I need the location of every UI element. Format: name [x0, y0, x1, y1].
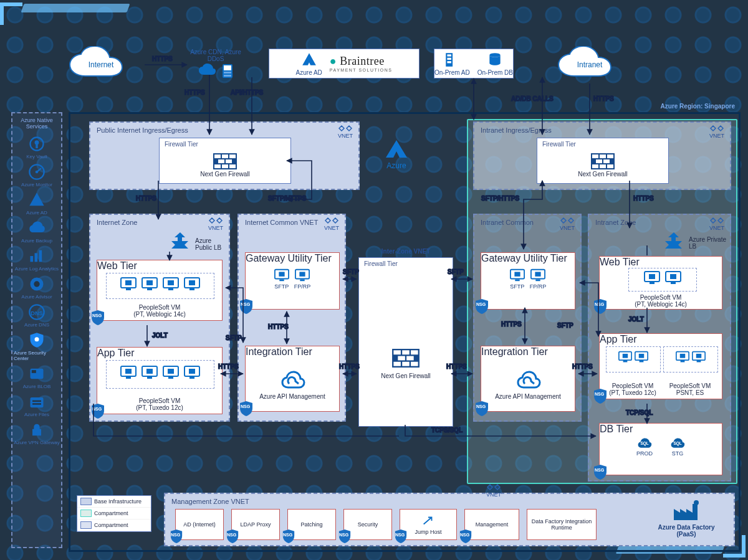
api-management-icon [515, 368, 541, 394]
svg-rect-40 [596, 159, 602, 163]
nsg-badge: NSG [239, 401, 253, 416]
azure-ad-icon: Azure AD [296, 52, 322, 76]
onprem-ad-label: On-Prem AD [434, 69, 470, 76]
mgmt-ad: AD (Internet)NSG [175, 509, 224, 540]
azure-logo: Azure [381, 139, 412, 170]
sidebar-keyvault: Key Vault [14, 135, 60, 159]
svg-point-18 [34, 281, 39, 287]
vnet-badge-icon: VNET [709, 124, 725, 139]
incommon-integration-tier: Integration Tier Azure API Management NS… [481, 346, 575, 412]
svg-rect-37 [592, 154, 598, 158]
svg-rect-39 [607, 154, 613, 158]
vnet-intranet-common: Intranet Common VNET Gateway Utility Tie… [473, 214, 582, 422]
firewall-icon [392, 349, 420, 368]
accent-top-left [0, 2, 150, 25]
svg-rect-47 [126, 288, 131, 290]
inzone-web-tier: Web Tier PeopleSoft VM (PT, Weblogic 14c… [599, 256, 722, 310]
legend: Base Infrastructure Compartment Compartm… [77, 495, 151, 532]
svg-rect-106 [696, 354, 701, 358]
region-label: Azure Region: Singapore [661, 103, 735, 110]
svg-rect-59 [126, 377, 131, 379]
svg-rect-2 [224, 72, 231, 74]
jumphost-icon [421, 514, 435, 528]
svg-rect-25 [32, 400, 41, 401]
factory-icon [673, 499, 700, 521]
public-firewall-name: Next Gen Firewall [200, 171, 249, 178]
mgmt-jumphost: Jump HostNSG [400, 509, 457, 540]
inter-fw-name: Next Gen Firewall [381, 373, 430, 379]
svg-rect-98 [623, 361, 628, 363]
azure-region-frame: Azure Region: Singapore Azure Public Int… [69, 112, 741, 552]
sidebar-loganalytics: Azure Log Analytics [14, 247, 60, 272]
svg-rect-52 [168, 280, 174, 285]
cloud-internet: Internet [57, 46, 145, 83]
svg-rect-77 [402, 350, 410, 354]
svg-rect-101 [640, 361, 644, 363]
azure-public-lb [165, 231, 195, 252]
mgmt-management: ManagementNSG [464, 509, 519, 540]
ext-onprem: On-Prem AD On-Prem DB [434, 49, 514, 78]
vm-icon [163, 277, 179, 291]
svg-rect-97 [623, 354, 628, 358]
izone-app-tier: App Tier PeopleSoft VM (PT, Tuxedo 12c) … [97, 347, 223, 414]
vnet-badge-icon: VNET [559, 216, 575, 231]
svg-rect-86 [515, 279, 519, 281]
legend-base: Base Infrastructure [94, 498, 141, 505]
mgmt-title: Management Zone VNET [171, 498, 249, 505]
ext-azuread-braintree: Azure AD ● Braintree PAYMENT SOLUTIONS [269, 49, 420, 78]
svg-rect-88 [535, 272, 540, 276]
icommon-gateway-tier: Gateway Utility Tier SFTP FP/RP NSG [245, 252, 340, 310]
vm-icon [184, 277, 200, 291]
sql-icon: SQL [637, 435, 652, 450]
azure-public-lb-label: Azure Public LB [195, 237, 229, 251]
sidebar-dns: DNSAzure DNS [14, 303, 60, 328]
azure-logo-label: Azure [386, 161, 406, 170]
public-firewall-tier: Firewall Tier Next Gen Firewall [159, 138, 291, 184]
inter-zone-title: Inter-Zone VNET [359, 248, 453, 255]
braintree-sub: PAYMENT SOLUTIONS [330, 68, 393, 72]
svg-rect-34 [222, 164, 228, 168]
svg-rect-15 [35, 253, 38, 262]
izone-app-vm-group [106, 360, 214, 389]
server-icon [221, 64, 234, 78]
onprem-ad-icon: On-Prem AD [434, 52, 470, 76]
svg-rect-32 [226, 159, 232, 163]
svg-point-21 [35, 337, 39, 341]
svg-rect-64 [168, 369, 174, 374]
sidebar-blob: Azure BLOB [14, 365, 60, 389]
svg-rect-46 [125, 280, 132, 285]
azure-cdn-ddos: Azure CDN, Azure DDoS [185, 49, 247, 78]
mgmt-ldap: LDAP ProxyNSG [231, 509, 280, 540]
vnet-badge-icon: VNET [208, 216, 224, 231]
vnet-badge-icon: VNET [324, 216, 340, 231]
vm-icon [120, 277, 137, 291]
svg-rect-7 [448, 61, 452, 63]
svg-rect-11 [36, 144, 38, 148]
svg-rect-16 [39, 250, 42, 262]
nsg-badge: NSG [475, 299, 489, 314]
cloud-intranet-label: Intranet [546, 46, 633, 83]
sidebar-files: Azure Files [14, 393, 60, 417]
cloud-intranet: Intranet [546, 46, 633, 83]
svg-rect-35 [229, 164, 236, 168]
cdn-icon [198, 64, 216, 77]
adf-label: Azure Data Factory (PaaS) [649, 524, 724, 538]
sidebar-backup: Azure Backup [14, 219, 60, 244]
svg-rect-5 [448, 54, 452, 56]
svg-rect-29 [222, 154, 228, 158]
azure-ad-label: Azure AD [296, 69, 322, 76]
svg-rect-70 [279, 272, 284, 276]
icommon-title: Internet Common VNET [245, 219, 318, 226]
vnet-management-zone: Management Zone VNET VNET AD (Internet)N… [164, 493, 735, 546]
internet-zone-title: Internet Zone [97, 219, 137, 226]
svg-rect-55 [189, 280, 195, 285]
svg-rect-80 [406, 356, 414, 360]
nsg-badge: NSG [91, 310, 105, 325]
vnet-badge-icon: VNET [486, 483, 502, 498]
vnet-internet-zone: Internet Zone VNET Azure Public LB Web T… [89, 214, 230, 422]
vnet-intranet-in-title: Intranet Ingress/Egress [481, 126, 552, 134]
svg-rect-6 [448, 57, 452, 59]
incommon-title: Intranet Common [481, 219, 534, 226]
svg-text:SQL: SQL [640, 441, 648, 446]
nsg-badge: NSG [239, 299, 253, 314]
